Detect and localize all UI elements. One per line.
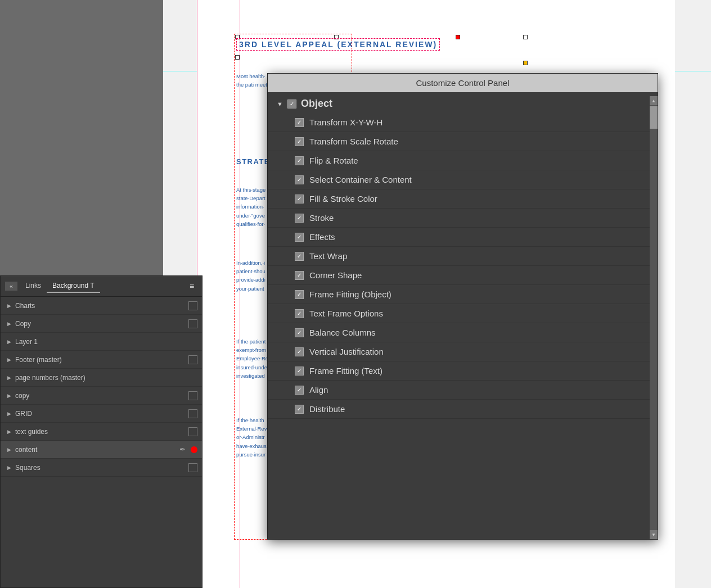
expand-icon-copy-lower: ▶ [5, 392, 13, 400]
panel-content[interactable]: ▼ ✓ Object ✓ Transform X-Y-W-H ✓ Transfo… [268, 92, 658, 535]
object-section-arrow: ▼ [277, 101, 283, 107]
label-corner-shape: Corner Shape [309, 270, 362, 280]
cb-frame-fitting-text[interactable]: ✓ [295, 367, 304, 376]
cp-item-distribute[interactable]: ✓ Distribute [268, 400, 658, 419]
scroll-up-button[interactable]: ▲ [650, 96, 658, 105]
cb-flip-rotate[interactable]: ✓ [295, 156, 304, 165]
color-dot-content [191, 446, 197, 453]
cp-item-transform-xywh[interactable]: ✓ Transform X-Y-W-H [268, 113, 658, 132]
customize-control-panel: Customize Control Panel ▼ ✓ Object ✓ Tra… [267, 73, 658, 540]
layer-name-copy-lower: copy [15, 392, 186, 400]
layer-item-copy[interactable]: ▶ Copy [1, 315, 202, 333]
layer-item-layer1[interactable]: ▶ Layer 1 [1, 333, 202, 351]
scroll-thumb[interactable] [650, 106, 658, 129]
layer-name-layer1: Layer 1 [15, 338, 197, 346]
label-fill-stroke: Fill & Stroke Color [309, 194, 377, 203]
label-effects: Effects [309, 232, 335, 242]
object-checkbox[interactable]: ✓ [287, 99, 296, 108]
label-vert-justify: Vertical Justification [309, 347, 384, 356]
cp-item-frame-fitting-obj[interactable]: ✓ Frame Fitting (Object) [268, 285, 658, 304]
label-select-container: Select Container & Content [309, 175, 412, 184]
cb-text-frame-opts[interactable]: ✓ [295, 309, 304, 318]
layer-item-pagenumbers[interactable]: ▶ page numbers (master) [1, 369, 202, 387]
layer-item-footer[interactable]: ▶ Footer (master) [1, 351, 202, 369]
expand-icon-textguides: ▶ [5, 428, 13, 436]
cb-transform-xywh[interactable]: ✓ [295, 118, 304, 127]
object-section: ▼ ✓ Object [268, 94, 658, 113]
tab-background[interactable]: Background T [47, 279, 100, 293]
selection-handle-tr2 [523, 35, 528, 39]
layer-item-charts[interactable]: ▶ Charts [1, 297, 202, 315]
cp-item-text-frame-opts[interactable]: ✓ Text Frame Options [268, 304, 658, 323]
layer-name-footer: Footer (master) [15, 356, 186, 364]
label-align: Align [309, 385, 328, 395]
panel-title: Customize Control Panel [268, 74, 658, 92]
cb-stroke[interactable]: ✓ [295, 214, 304, 223]
layer-item-grid[interactable]: ▶ GRID [1, 405, 202, 423]
layer-item-squares[interactable]: ▶ Squares [1, 459, 202, 477]
selection-handle-bl [235, 55, 240, 60]
collapse-icon: « [10, 283, 13, 290]
object-section-header[interactable]: ▼ ✓ Object [277, 98, 649, 110]
label-stroke: Stroke [309, 213, 334, 223]
layer-item-content[interactable]: ▶ content ✒ [1, 441, 202, 459]
vertical-scrollbar[interactable]: ▲ ▼ [650, 96, 658, 539]
expand-icon-content: ▶ [5, 446, 13, 454]
vis-box-footer[interactable] [188, 355, 197, 364]
label-text-wrap: Text Wrap [309, 251, 347, 261]
layer-name-pagenumbers: page numbers (master) [15, 374, 197, 382]
expand-icon-layer1: ▶ [5, 338, 13, 346]
cb-frame-fitting-obj[interactable]: ✓ [295, 290, 304, 299]
vis-box-textguides[interactable] [188, 427, 197, 436]
cb-vert-justify[interactable]: ✓ [295, 347, 304, 356]
cb-balance-cols[interactable]: ✓ [295, 328, 304, 337]
panel-collapse-button[interactable]: « [5, 282, 17, 291]
object-section-label: Object [301, 98, 332, 110]
vis-box-copy[interactable] [188, 319, 197, 328]
scroll-down-button[interactable]: ▼ [650, 530, 658, 539]
label-transform-xywh: Transform X-Y-W-H [309, 117, 382, 127]
cb-align[interactable]: ✓ [295, 386, 304, 395]
layers-panel: « Links Background T ≡ ▶ Charts [0, 275, 202, 588]
expand-icon-charts: ▶ [5, 302, 13, 310]
cp-item-frame-fitting-text[interactable]: ✓ Frame Fitting (Text) [268, 361, 658, 381]
layer-name-squares: Squares [15, 464, 186, 472]
cp-item-select-container[interactable]: ✓ Select Container & Content [268, 170, 658, 189]
layer-name-copy: Copy [15, 320, 186, 328]
tab-links[interactable]: Links [20, 279, 47, 293]
label-frame-fitting-text: Frame Fitting (Text) [309, 366, 382, 376]
cp-item-vert-justify[interactable]: ✓ Vertical Justification [268, 342, 658, 361]
cb-transform-scale[interactable]: ✓ [295, 137, 304, 146]
canvas-background: 3RD LEVEL APPEAL (EXTERNAL REVIEW) Most … [0, 0, 711, 588]
cb-effects[interactable]: ✓ [295, 233, 304, 242]
cb-corner-shape[interactable]: ✓ [295, 271, 304, 280]
cp-item-align[interactable]: ✓ Align [268, 381, 658, 400]
layer-name-content: content [15, 446, 177, 454]
layer-name-grid: GRID [15, 410, 186, 418]
cb-text-wrap[interactable]: ✓ [295, 252, 304, 261]
cp-item-transform-scale[interactable]: ✓ Transform Scale Rotate [268, 132, 658, 151]
vis-box-grid[interactable] [188, 409, 197, 418]
cp-item-balance-cols[interactable]: ✓ Balance Columns [268, 323, 658, 342]
panel-menu-button[interactable]: ≡ [186, 282, 197, 291]
cp-item-flip-rotate[interactable]: ✓ Flip & Rotate [268, 151, 658, 170]
label-balance-cols: Balance Columns [309, 328, 376, 337]
label-text-frame-opts: Text Frame Options [309, 309, 383, 318]
cp-item-corner-shape[interactable]: ✓ Corner Shape [268, 266, 658, 285]
vis-box-squares[interactable] [188, 463, 197, 472]
label-frame-fitting-obj: Frame Fitting (Object) [309, 290, 392, 299]
cb-select-container[interactable]: ✓ [295, 175, 304, 184]
layer-item-copy-lower[interactable]: ▶ copy [1, 387, 202, 405]
cb-fill-stroke[interactable]: ✓ [295, 195, 304, 203]
cp-item-fill-stroke[interactable]: ✓ Fill & Stroke Color [268, 189, 658, 209]
panel-tabs: Links Background T [20, 279, 184, 293]
vis-box-charts[interactable] [188, 301, 197, 310]
document-title-text: 3RD LEVEL APPEAL (EXTERNAL REVIEW) [239, 40, 437, 49]
vis-box-copy-lower[interactable] [188, 391, 197, 400]
cp-item-effects[interactable]: ✓ Effects [268, 228, 658, 247]
selection-handle-red [456, 35, 460, 39]
cp-item-stroke[interactable]: ✓ Stroke [268, 209, 658, 228]
cb-distribute[interactable]: ✓ [295, 405, 304, 414]
cp-item-text-wrap[interactable]: ✓ Text Wrap [268, 247, 658, 266]
layer-item-textguides[interactable]: ▶ text guides [1, 423, 202, 441]
